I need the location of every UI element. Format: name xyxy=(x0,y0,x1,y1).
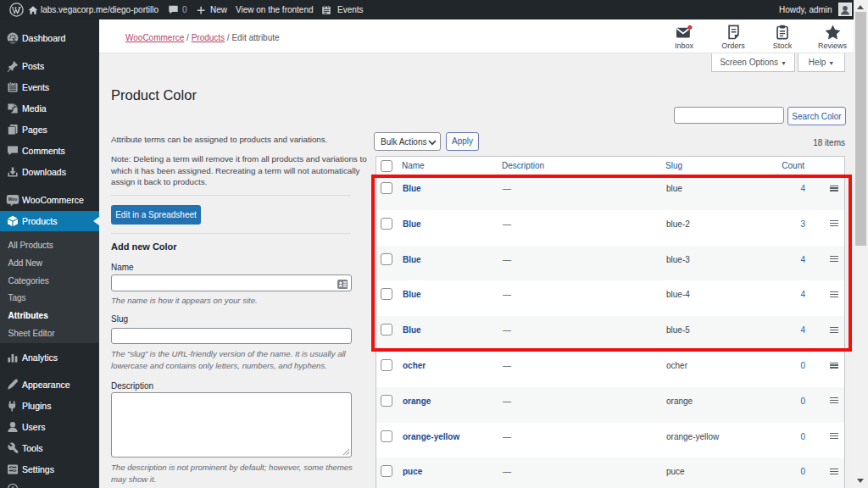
svg-text:Woo: Woo xyxy=(8,197,18,202)
